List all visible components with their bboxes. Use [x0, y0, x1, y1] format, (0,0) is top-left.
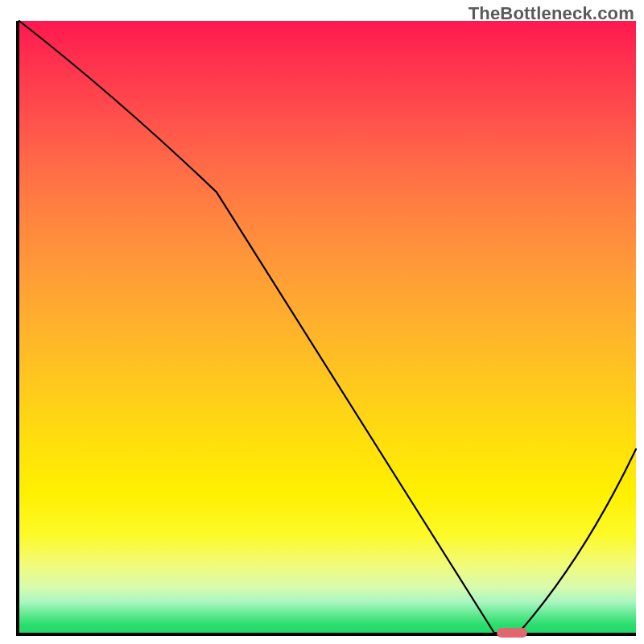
watermark-text: TheBottleneck.com	[469, 3, 634, 24]
bottleneck-curve	[19, 21, 636, 633]
curve-path	[19, 21, 636, 633]
optimal-marker	[497, 628, 528, 638]
plot-area	[16, 21, 636, 636]
